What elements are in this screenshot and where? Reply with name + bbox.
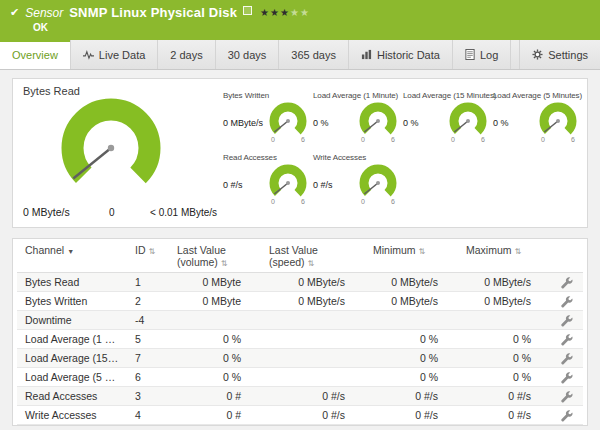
sort-desc-icon: ▼ <box>67 248 74 255</box>
sort-both-icon: ⇅ <box>149 247 156 256</box>
small-gauge-write-accesses: Write Accesses0 #/s06 <box>313 153 397 205</box>
column-header-maximum[interactable]: Maximum⇅ <box>458 239 551 273</box>
gauge-label: Load Average (5 Minutes) <box>493 91 577 100</box>
edit-channel-wrench-icon[interactable] <box>561 315 573 327</box>
edit-channel-wrench-icon[interactable] <box>561 277 573 289</box>
tab-live-data[interactable]: Live Data <box>71 40 158 69</box>
tab-label: 2 days <box>170 49 202 61</box>
tab-label: 365 days <box>291 49 336 61</box>
cell-min: 0 % <box>365 368 458 387</box>
column-header-channel[interactable]: Channel▼ <box>17 239 127 273</box>
cell-id: -4 <box>127 311 169 330</box>
column-label: Maximum <box>466 244 512 256</box>
cell-last_speed: 0 MByte/s <box>261 273 365 292</box>
small-gauges-grid: Bytes Written0 MByte/s06Load Average (1 … <box>213 85 577 221</box>
tab-log[interactable]: Log <box>453 40 511 69</box>
cell-min <box>365 311 458 330</box>
cell-min: 0 MByte/s <box>365 273 458 292</box>
sensor-status-text: OK <box>33 22 590 33</box>
gauge-value: 0 % <box>493 118 539 128</box>
tab-settings[interactable]: Settings <box>519 40 600 69</box>
edit-channel-wrench-icon[interactable] <box>561 391 573 403</box>
cell-max: 0 MByte/s <box>458 292 551 311</box>
column-header-minimum[interactable]: Minimum⇅ <box>365 239 458 273</box>
gauge-label: Read Accesses <box>223 153 307 162</box>
edit-channel-wrench-icon[interactable] <box>561 353 573 365</box>
sensor-header: ✔ Sensor SNMP Linux Physical Disk ★★★★★ … <box>0 0 600 40</box>
cell-max: 0 MByte/s <box>458 273 551 292</box>
table-row: Load Average (15 Minutes)70 %0 %0 % <box>17 349 583 368</box>
table-row: Load Average (1 Minute)50 %0 %0 % <box>17 330 583 349</box>
gauge-label: Load Average (1 Minute) <box>313 91 397 100</box>
tab-30-days[interactable]: 30 days <box>216 40 280 69</box>
sort-both-icon: ⇅ <box>515 247 522 256</box>
main-gauge-value: 0 MByte/s <box>23 206 70 218</box>
tab-historic-data[interactable]: Historic Data <box>349 40 453 69</box>
cell-last_speed <box>261 349 365 368</box>
sensor-badge-icon[interactable] <box>243 6 252 15</box>
cell-id: 5 <box>127 330 169 349</box>
log-icon <box>465 49 475 60</box>
column-label: Channel <box>25 244 64 256</box>
settings-icon <box>532 49 543 60</box>
gauge-dial: 06 <box>269 164 307 205</box>
cell-min: 0 #/s <box>365 406 458 425</box>
cell-last_speed <box>261 330 365 349</box>
tab-365-days[interactable]: 365 days <box>279 40 349 69</box>
object-type-label: Sensor <box>25 6 63 20</box>
gauge-value: 0 #/s <box>313 180 359 190</box>
tab-2-days[interactable]: 2 days <box>158 40 215 69</box>
gauge-label: Load Average (15 Minutes) <box>403 91 487 100</box>
cell-channel: Bytes Read <box>17 273 127 292</box>
gauge-value: 0 % <box>403 118 449 128</box>
cell-channel: Bytes Written <box>17 292 127 311</box>
cell-max: 0 #/s <box>458 387 551 406</box>
gauge-scale-max: 6 <box>481 136 485 143</box>
cell-last_volume: 0 % <box>169 330 261 349</box>
cell-last_speed <box>261 368 365 387</box>
cell-last_speed <box>261 311 365 330</box>
small-gauge-bytes-written: Bytes Written0 MByte/s06 <box>223 91 307 143</box>
gauge-dial: 06 <box>359 164 397 205</box>
column-header-id[interactable]: ID⇅ <box>127 239 169 273</box>
main-gauge-scale-min: 0 <box>109 207 115 218</box>
channel-table: Channel▼ID⇅Last Value (volume)⇅Last Valu… <box>17 239 583 425</box>
column-label: Last Value (volume) <box>177 244 226 268</box>
column-header-last-value-volume[interactable]: Last Value (volume)⇅ <box>169 239 261 273</box>
edit-channel-wrench-icon[interactable] <box>561 410 573 422</box>
cell-last_volume: 0 MByte <box>169 292 261 311</box>
cell-last_speed: 0 #/s <box>261 387 365 406</box>
gauge-scale-max: 6 <box>391 136 395 143</box>
edit-channel-wrench-icon[interactable] <box>561 296 573 308</box>
table-row: Bytes Written20 MByte0 MByte/s0 MByte/s0… <box>17 292 583 311</box>
table-row: Read Accesses30 #0 #/s0 #/s0 #/s <box>17 387 583 406</box>
column-header-edit <box>551 239 583 273</box>
sensor-title: SNMP Linux Physical Disk <box>69 5 237 20</box>
tab-label: Settings <box>548 49 588 61</box>
channel-table-head-row: Channel▼ID⇅Last Value (volume)⇅Last Valu… <box>17 239 583 273</box>
gauge-dial: 06 <box>359 102 397 143</box>
sort-both-icon: ⇅ <box>308 259 315 268</box>
gauge-scale-min: 0 <box>271 198 275 205</box>
cell-channel: Write Accesses <box>17 406 127 425</box>
tab-overview[interactable]: Overview <box>0 40 71 69</box>
edit-channel-wrench-icon[interactable] <box>561 372 573 384</box>
tab-bar: OverviewLive Data2 days30 days365 daysHi… <box>0 40 600 70</box>
edit-channel-wrench-icon[interactable] <box>561 334 573 346</box>
priority-stars[interactable]: ★★★★★ <box>260 8 310 18</box>
column-header-last-value-speed[interactable]: Last Value (speed)⇅ <box>261 239 365 273</box>
gauge-scale-max: 6 <box>301 136 305 143</box>
cell-last_volume: 0 MByte <box>169 273 261 292</box>
gauge-value: 0 MByte/s <box>223 118 269 128</box>
cell-max <box>458 311 551 330</box>
gauge-scale-min: 0 <box>361 136 365 143</box>
cell-id: 6 <box>127 368 169 387</box>
gauge-label: Write Accesses <box>313 153 397 162</box>
small-gauge-load-average-15-minutes: Load Average (15 Minutes)0 %06 <box>403 91 487 143</box>
channel-table-panel: Channel▼ID⇅Last Value (volume)⇅Last Valu… <box>12 238 588 426</box>
gauge-scale-min: 0 <box>361 198 365 205</box>
cell-last_volume: 0 # <box>169 387 261 406</box>
gauge-scale-min: 0 <box>451 136 455 143</box>
cell-last_volume: 0 # <box>169 406 261 425</box>
cell-min: 0 #/s <box>365 387 458 406</box>
